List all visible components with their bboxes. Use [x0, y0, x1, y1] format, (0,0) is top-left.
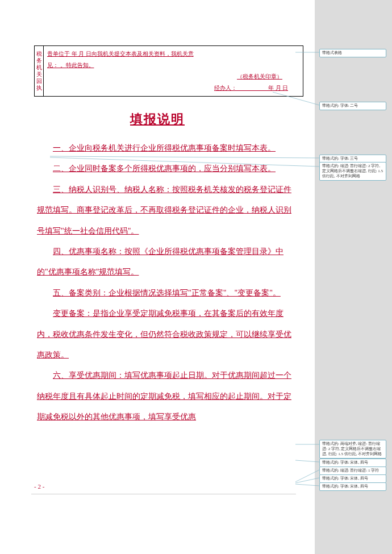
format-callout: 带格式的: 字体: 宋体, 四号: [319, 459, 386, 467]
paragraph-1: 一、企业向税务机关进行企业所得税优惠事项备案时填写本表。: [37, 138, 292, 159]
document-title: 填报说明: [0, 111, 315, 128]
document-page: 税 务 机 关 回 执 贵单位于 年 月 日向我机关提交本表及相关资料，我机关意…: [0, 0, 315, 554]
paragraph-3: 三、纳税人识别号、纳税人名称：按照税务机关核发的税务登记证件规范填写。商事登记改…: [37, 180, 292, 241]
header-table: 税 务 机 关 回 执 贵单位于 年 月 日向我机关提交本表及相关资料，我机关意…: [34, 45, 303, 97]
header-row-1: 贵单位于 年 月 日向我机关提交本表及相关资料，我机关意: [47, 48, 299, 60]
page-number: - 2 -: [34, 483, 44, 490]
header-left-char: 执: [36, 85, 42, 91]
format-callout: 带格式的: 缩进: 首行缩进: 1 字符: [319, 466, 386, 475]
paragraph-7: 六、享受优惠期间：填写优惠事项起止日期。对于优惠期间超过一个纳税年度且有具体起止…: [37, 365, 292, 427]
format-callout: 带格式的: 缩进: 首行缩进: 2 字符, 定义网格后不调整右缩进, 行距: 1…: [319, 162, 386, 181]
format-callout: 带格式表格: [319, 49, 386, 57]
header-left-char: 税: [36, 51, 42, 57]
paragraph-6: 变更备案：是指企业享受定期减免税事项，在其备案后的有效年度内，税收优惠条件发生变…: [37, 303, 292, 365]
header-left-char: 机: [36, 64, 42, 71]
paragraph-5: 五、备案类别：企业根据情况选择填写"正常备案"、"变更备案"。: [37, 283, 292, 303]
header-left-char: 关: [36, 71, 42, 78]
body-text: 一、企业向税务机关进行企业所得税优惠事项备案时填写本表。 二、企业同时备案多个所…: [0, 138, 315, 427]
format-callout: 带格式的: 字体: 二号: [319, 102, 386, 110]
header-right-content: 贵单位于 年 月 日向我机关提交本表及相关资料，我机关意 见： 。特此告知。 （…: [44, 46, 303, 96]
format-callout: 带格式的: 字体: 宋体, 四号: [319, 482, 386, 491]
header-left-char: 回: [36, 78, 42, 85]
header-left-char: 务: [36, 57, 42, 64]
page-bottom-rule: [31, 494, 296, 494]
paragraph-2: 二、企业同时备案多个所得税优惠事项的，应当分别填写本表。: [37, 159, 292, 179]
format-callout: 带格式的: 字体: 宋体, 四号: [319, 474, 386, 483]
format-callout: 带格式的: 两端对齐, 缩进: 首行缩进: 2 字符, 定义网格后不调整右缩进,…: [319, 440, 386, 459]
header-signer-label: 经办人：: [214, 85, 237, 91]
paragraph-4: 四、优惠事项名称：按照《企业所得税优惠事项备案管理目录》中的"优惠事项名称"规范…: [37, 241, 292, 283]
header-row-1b: 见： 。特此告知。: [47, 60, 299, 71]
header-row-date: 经办人： 年 月 日: [47, 82, 299, 94]
header-date-fields: 年 月 日: [268, 85, 288, 91]
header-row-stamp: （税务机关印章）: [47, 71, 299, 82]
header-left-label: 税 务 机 关 回 执: [35, 46, 44, 96]
